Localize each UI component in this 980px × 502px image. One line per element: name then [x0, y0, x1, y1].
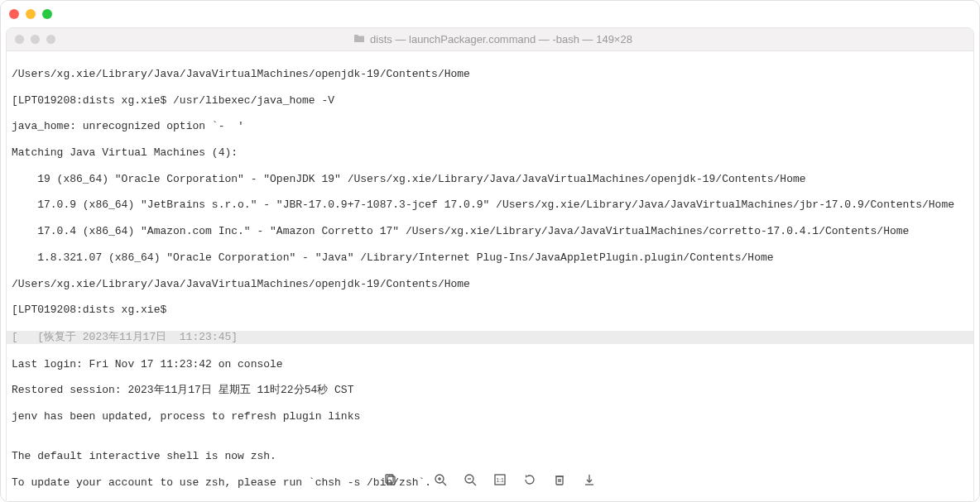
close-icon[interactable]: [9, 9, 19, 19]
prompt-line: [LPT019208:dists xg.xie$: [12, 304, 968, 317]
fit-icon[interactable]: 1:1: [492, 472, 507, 487]
svg-rect-11: [556, 476, 563, 485]
outer-titlebar: [1, 1, 979, 27]
svg-line-3: [443, 482, 446, 485]
maximize-icon[interactable]: [46, 35, 55, 44]
output-line: Restored session: 2023年11月17日 星期五 11时22分…: [12, 384, 968, 397]
download-icon[interactable]: [582, 472, 597, 487]
output-line: /Users/xg.xie/Library/Java/JavaVirtualMa…: [12, 68, 968, 81]
command: /usr/libexec/java_home -V: [173, 94, 334, 107]
svg-line-7: [473, 482, 476, 485]
terminal-titlebar[interactable]: dists — launchPackager.command — -bash —…: [7, 28, 973, 51]
output-line: 1.8.321.07 (x86_64) "Oracle Corporation"…: [12, 251, 968, 265]
restored-banner: [ [恢复于 2023年11月17日 11:23:45]: [7, 331, 973, 344]
zoom-out-icon[interactable]: [463, 472, 478, 487]
zoom-in-icon[interactable]: [433, 472, 448, 487]
terminal-title-text: dists — launchPackager.command — -bash —…: [370, 33, 632, 45]
output-line: Last login: Fri Nov 17 11:23:42 on conso…: [12, 358, 968, 371]
inner-traffic-lights: [15, 35, 55, 44]
svg-text:1:1: 1:1: [496, 477, 504, 483]
prompt: [LPT019208:dists xg.xie$: [12, 94, 173, 107]
rotate-icon[interactable]: [522, 472, 537, 487]
image-toolbar: 1:1: [0, 472, 980, 487]
output-line: Matching Java Virtual Machines (4):: [12, 146, 968, 160]
output-line: jenv has been updated, process to refres…: [12, 410, 968, 423]
minimize-icon[interactable]: [31, 35, 40, 44]
terminal-window: dists — launchPackager.command — -bash —…: [6, 27, 974, 502]
outer-traffic-lights: [9, 9, 52, 19]
output-line: The default interactive shell is now zsh…: [12, 450, 968, 463]
output-line: 19 (x86_64) "Oracle Corporation" - "Open…: [12, 173, 968, 186]
prompt-line: [LPT019208:dists xg.xie$ /usr/libexec/ja…: [12, 94, 968, 108]
output-line: 17.0.9 (x86_64) "JetBrains s.r.o." - "JB…: [12, 198, 968, 212]
output-line: 17.0.4 (x86_64) "Amazon.com Inc." - "Ama…: [12, 225, 968, 238]
minimize-icon[interactable]: [26, 9, 36, 19]
terminal-title: dists — launchPackager.command — -bash —…: [62, 33, 965, 45]
terminal-body[interactable]: /Users/xg.xie/Library/Java/JavaVirtualMa…: [7, 51, 973, 502]
maximize-icon[interactable]: [42, 9, 52, 19]
copy-icon[interactable]: [383, 472, 398, 487]
output-line: java_home: unrecognized option `- ': [12, 120, 968, 133]
close-icon[interactable]: [15, 35, 24, 44]
delete-icon[interactable]: [552, 472, 567, 487]
outer-window: dists — launchPackager.command — -bash —…: [0, 0, 980, 502]
folder-icon: [353, 33, 365, 45]
spacer: [413, 472, 418, 487]
output-line: /Users/xg.xie/Library/Java/JavaVirtualMa…: [12, 278, 968, 291]
